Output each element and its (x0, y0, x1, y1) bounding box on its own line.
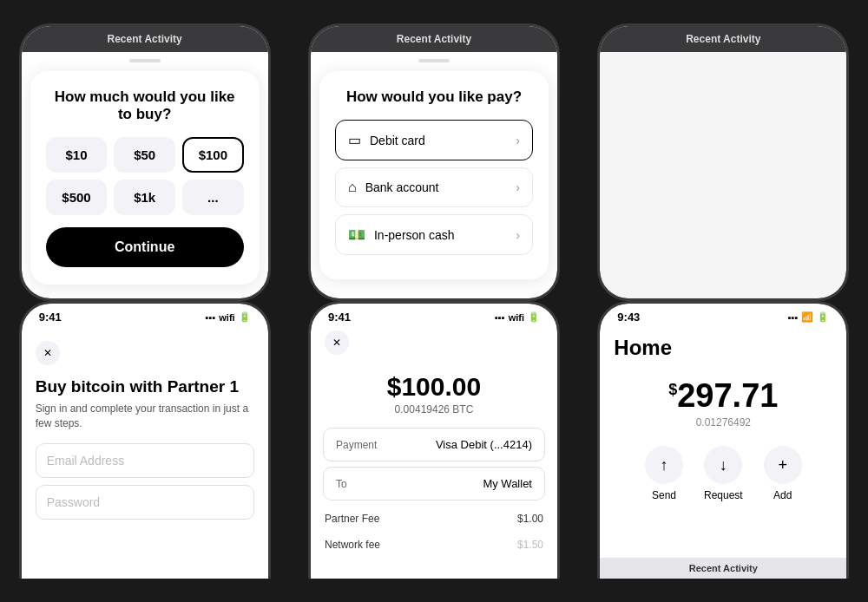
phone1-cell: Recent Activity How much would you like … (0, 0, 289, 301)
phone5-time: 9:41 (328, 311, 351, 324)
to-value: My Wallet (483, 477, 532, 490)
bank-account-label: Bank account (365, 180, 439, 194)
phone4-cell: 9:41 ▪▪▪ wifi 🔋 ✕ Buy bitcoin with Partn… (0, 301, 289, 602)
balance-crypto: 0.01276492 (600, 416, 846, 429)
signal-icon6: ▪▪▪ (788, 312, 799, 323)
network-fee-value: $1.50 (517, 539, 543, 551)
close-button[interactable]: ✕ (36, 341, 60, 365)
phone2-cell: Recent Activity How would you like pay? … (289, 0, 578, 301)
amount-10[interactable]: $10 (46, 137, 108, 173)
password-placeholder: Password (47, 495, 100, 509)
phone6-recent-bar: Recent Activity (600, 558, 846, 579)
payment-sheet: How would you like pay? ▭ Debit card › ⌂… (319, 71, 549, 279)
cash-icon: 💵 (348, 226, 365, 243)
payment-row: Payment Visa Debit (...4214) (323, 428, 545, 461)
cash-option[interactable]: 💵 In-person cash › (335, 214, 533, 255)
phone6-frame: 9:43 ▪▪▪ 📶 🔋 Home $297.71 0.01276492 ↑ S… (597, 301, 849, 579)
phone1-recent-label: Recent Activity (108, 33, 182, 45)
debit-card-icon: ▭ (348, 132, 361, 148)
continue-button[interactable]: Continue (46, 227, 244, 267)
partner-fee-label: Partner Fee (325, 513, 379, 525)
phone4-status-icons: ▪▪▪ wifi 🔋 (206, 311, 251, 323)
phone2-frame: Recent Activity How would you like pay? … (308, 23, 560, 301)
phone6-recent-label: Recent Activity (689, 563, 758, 573)
bank-account-option[interactable]: ⌂ Bank account › (335, 167, 533, 207)
balance-display: $297.71 (600, 377, 846, 415)
request-action[interactable]: ↓ Request (704, 446, 743, 501)
amount-1k[interactable]: $1k (114, 180, 175, 215)
phone2-screen: Recent Activity How would you like pay? … (311, 26, 557, 298)
send-label: Send (652, 489, 676, 501)
battery-icon5: 🔋 (528, 311, 540, 323)
network-fee-row: Network fee $1.50 (311, 532, 557, 558)
phone3-recent-label: Recent Activity (686, 33, 760, 45)
tx-dollar-amount: $100.00 (311, 372, 557, 402)
buy-subtitle: Sign in and complete your transaction in… (36, 402, 254, 431)
phone5-frame: 9:41 ▪▪▪ wifi 🔋 ✕ $100.00 0.00419426 BTC… (308, 301, 560, 579)
add-circle: + (764, 446, 802, 484)
cash-chevron: › (516, 228, 520, 242)
bank-account-left: ⌂ Bank account (348, 180, 439, 195)
phone5-cell: 9:41 ▪▪▪ wifi 🔋 ✕ $100.00 0.00419426 BTC… (289, 301, 578, 602)
send-circle: ↑ (645, 446, 683, 484)
to-label: To (336, 478, 347, 490)
phone4-screen: 9:41 ▪▪▪ wifi 🔋 ✕ Buy bitcoin with Partn… (22, 304, 268, 579)
debit-card-label: Debit card (370, 134, 425, 147)
wifi-icon6: 📶 (801, 311, 813, 323)
phone5-status-icons: ▪▪▪ wifi 🔋 (495, 311, 540, 323)
balance-amount: 297.71 (677, 377, 778, 414)
send-action[interactable]: ↑ Send (645, 446, 683, 501)
debit-chevron: › (516, 134, 520, 147)
payment-value: Visa Debit (...4214) (436, 438, 532, 451)
tx-amount-section: $100.00 0.00419426 BTC (311, 355, 557, 428)
amount-500[interactable]: $500 (46, 180, 108, 215)
partner-fee-value: $1.00 (517, 513, 543, 525)
phone1-frame: Recent Activity How much would you like … (19, 23, 271, 301)
add-action[interactable]: + Add (764, 446, 802, 501)
battery-icon6: 🔋 (817, 311, 829, 323)
payment-title: How would you like pay? (335, 88, 533, 106)
drag-indicator2 (418, 59, 450, 62)
amount-50[interactable]: $50 (114, 137, 175, 173)
phone6-status-bar: 9:43 ▪▪▪ 📶 🔋 (600, 304, 846, 327)
phone6-screen: 9:43 ▪▪▪ 📶 🔋 Home $297.71 0.01276492 ↑ S… (600, 304, 846, 579)
phone2-recent-bar: Recent Activity (311, 26, 557, 52)
phone6-time: 9:43 (617, 311, 640, 324)
amount-more[interactable]: ... (182, 180, 244, 215)
bank-chevron: › (516, 180, 520, 194)
debit-card-left: ▭ Debit card (348, 132, 425, 148)
tx-close-button[interactable]: ✕ (325, 330, 349, 355)
phone3-cell: Recent Activity (579, 0, 868, 301)
drag-indicator (129, 59, 161, 62)
debit-card-option[interactable]: ▭ Debit card › (335, 120, 533, 160)
password-input[interactable]: Password (36, 485, 254, 520)
buy-sheet: ✕ Buy bitcoin with Partner 1 Sign in and… (22, 327, 268, 540)
cash-left: 💵 In-person cash (348, 226, 455, 243)
phone3-screen: Recent Activity (600, 26, 846, 298)
request-label: Request (704, 489, 743, 501)
phone4-frame: 9:41 ▪▪▪ wifi 🔋 ✕ Buy bitcoin with Partn… (19, 301, 271, 579)
buy-title: Buy bitcoin with Partner 1 (36, 377, 254, 396)
payment-label: Payment (336, 439, 377, 451)
to-row: To My Wallet (323, 467, 545, 501)
signal-icon: ▪▪▪ (206, 312, 216, 323)
battery-icon: 🔋 (239, 311, 251, 323)
email-input[interactable]: Email Address (36, 443, 254, 478)
email-placeholder: Email Address (47, 454, 124, 468)
amount-title: How much would you like to buy? (46, 88, 244, 123)
phone4-time: 9:41 (39, 311, 62, 324)
phone4-status-bar: 9:41 ▪▪▪ wifi 🔋 (22, 304, 268, 327)
phone6-status-icons: ▪▪▪ 📶 🔋 (788, 311, 830, 323)
amount-100[interactable]: $100 (182, 137, 244, 173)
wifi-icon5: wifi (509, 312, 524, 323)
partner-fee-row: Partner Fee $1.00 (311, 506, 557, 532)
balance-section: $297.71 0.01276492 (600, 363, 846, 446)
amount-sheet: How much would you like to buy? $10 $50 … (30, 71, 260, 285)
tx-crypto-amount: 0.00419426 BTC (311, 403, 557, 416)
phone3-recent-bar: Recent Activity (600, 26, 846, 52)
bank-icon: ⌂ (348, 180, 357, 195)
cash-label: In-person cash (374, 228, 455, 242)
wifi-icon: wifi (219, 312, 234, 323)
home-title: Home (600, 327, 846, 363)
amount-grid: $10 $50 $100 $500 $1k ... (46, 137, 244, 215)
